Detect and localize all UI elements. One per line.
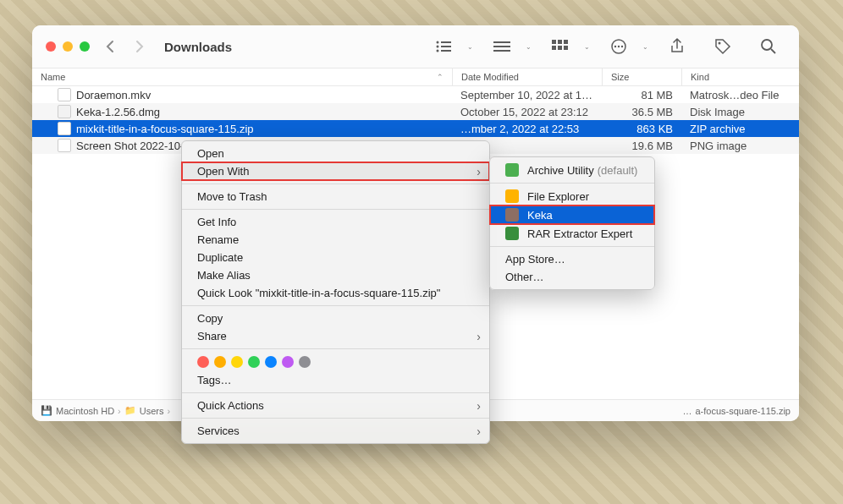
column-name[interactable]: Name⌃ xyxy=(32,68,452,85)
file-kind: PNG image xyxy=(681,140,799,152)
menu-open-with[interactable]: Open With xyxy=(182,162,489,180)
svg-point-17 xyxy=(618,46,620,47)
file-kind: Matrosk…deo File xyxy=(681,89,799,101)
tag-purple[interactable] xyxy=(282,356,294,368)
menu-quick-actions[interactable]: Quick Actions xyxy=(182,397,489,414)
menu-move-to-trash[interactable]: Move to Trash xyxy=(182,188,489,205)
column-size[interactable]: Size xyxy=(602,68,681,85)
menu-separator xyxy=(182,348,489,349)
svg-rect-1 xyxy=(441,41,451,43)
svg-rect-14 xyxy=(564,46,568,50)
chevron-down-icon: ⌄ xyxy=(642,43,648,51)
column-kind-label: Kind xyxy=(691,72,709,82)
path-segment[interactable]: 💾 Macintosh HD xyxy=(41,405,114,416)
menu-separator xyxy=(182,392,489,393)
file-row[interactable]: Doraemon.mkv September 10, 2022 at 18:19… xyxy=(32,86,799,103)
svg-point-2 xyxy=(437,46,439,48)
disk-icon xyxy=(58,105,71,118)
menu-separator xyxy=(182,209,489,210)
svg-point-16 xyxy=(614,46,616,47)
tag-yellow[interactable] xyxy=(231,356,243,368)
view-icon-list[interactable] xyxy=(433,36,454,57)
titlebar: Downloads ⌄ ⌄ ⌄ ⌄ xyxy=(32,25,799,68)
file-date: September 10, 2022 at 18:19 xyxy=(452,89,602,101)
file-size: 19.6 MB xyxy=(602,140,681,152)
menu-services[interactable]: Services xyxy=(182,422,489,440)
menu-duplicate[interactable]: Duplicate xyxy=(182,249,489,266)
menu-tags-row xyxy=(182,353,489,371)
tag-icon[interactable] xyxy=(713,36,733,57)
sort-indicator: ⌃ xyxy=(437,73,444,81)
default-label: (default) xyxy=(598,164,638,177)
tag-green[interactable] xyxy=(248,356,260,368)
menu-get-info[interactable]: Get Info xyxy=(182,213,489,231)
file-date: …mber 2, 2022 at 22:53 xyxy=(452,123,602,135)
keka-icon xyxy=(505,208,519,222)
file-row[interactable]: Keka-1.2.56.dmg October 15, 2022 at 23:1… xyxy=(32,103,799,120)
svg-line-21 xyxy=(771,49,775,53)
svg-rect-3 xyxy=(441,46,451,47)
back-button[interactable] xyxy=(102,38,118,55)
forward-button[interactable] xyxy=(130,38,147,55)
svg-rect-10 xyxy=(558,40,562,44)
tag-red[interactable] xyxy=(197,356,209,368)
file-explorer-icon xyxy=(505,189,519,203)
submenu-app-store[interactable]: App Store… xyxy=(490,250,654,268)
svg-point-0 xyxy=(437,41,439,44)
submenu-file-explorer[interactable]: File Explorer xyxy=(490,187,654,205)
tag-blue[interactable] xyxy=(265,356,277,368)
zoom-button[interactable] xyxy=(80,41,90,52)
tag-gray[interactable] xyxy=(299,356,311,368)
arrange-icon[interactable] xyxy=(550,36,570,57)
file-kind: ZIP archive xyxy=(681,123,799,135)
menu-share[interactable]: Share xyxy=(182,327,489,345)
svg-rect-9 xyxy=(552,40,556,44)
minimize-button[interactable] xyxy=(63,41,73,52)
window-title: Downloads xyxy=(164,40,232,54)
menu-quick-look[interactable]: Quick Look "mixkit-title-in-a-focus-squa… xyxy=(182,284,489,302)
chevron-down-icon: ⌄ xyxy=(467,43,473,51)
svg-rect-5 xyxy=(441,50,451,52)
video-icon xyxy=(58,88,71,101)
submenu-other[interactable]: Other… xyxy=(490,268,654,286)
column-name-label: Name xyxy=(41,72,65,82)
menu-make-alias[interactable]: Make Alias xyxy=(182,266,489,284)
close-button[interactable] xyxy=(46,41,56,52)
column-kind[interactable]: Kind xyxy=(681,68,799,85)
column-dm-label: Date Modified xyxy=(461,72,519,82)
file-row-selected[interactable]: mixkit-title-in-a-focus-square-115.zip …… xyxy=(32,120,799,137)
menu-copy[interactable]: Copy xyxy=(182,310,489,327)
file-name: Doraemon.mkv xyxy=(76,89,151,101)
submenu-rar-extractor[interactable]: RAR Extractor Expert xyxy=(490,224,654,243)
open-with-submenu: Archive Utility(default) File Explorer K… xyxy=(489,156,655,290)
column-size-label: Size xyxy=(611,72,629,82)
submenu-archive-utility[interactable]: Archive Utility(default) xyxy=(490,161,654,179)
path-separator: › xyxy=(167,406,170,416)
path-segment[interactable]: 📁 Users xyxy=(124,405,164,416)
submenu-keka[interactable]: Keka xyxy=(490,205,654,224)
file-kind: Disk Image xyxy=(681,106,799,118)
path-separator: › xyxy=(118,406,121,416)
archive-utility-icon xyxy=(505,163,519,177)
column-headers: Name⌃ Date Modified Size Kind xyxy=(32,68,799,86)
svg-rect-8 xyxy=(493,50,510,52)
share-icon[interactable] xyxy=(667,36,687,57)
search-icon[interactable] xyxy=(758,36,779,57)
menu-separator xyxy=(182,418,489,419)
menu-separator xyxy=(182,184,489,184)
svg-point-18 xyxy=(621,46,623,47)
tag-orange[interactable] xyxy=(214,356,226,368)
column-date-modified[interactable]: Date Modified xyxy=(452,68,602,85)
svg-rect-12 xyxy=(552,46,556,50)
rar-extractor-icon xyxy=(505,227,519,240)
menu-rename[interactable]: Rename xyxy=(182,231,489,249)
menu-open[interactable]: Open xyxy=(182,145,489,162)
group-icon[interactable] xyxy=(492,36,512,57)
action-icon[interactable] xyxy=(609,36,629,57)
menu-separator xyxy=(490,246,654,247)
svg-point-4 xyxy=(437,50,439,52)
svg-rect-11 xyxy=(564,40,568,44)
menu-tags[interactable]: Tags… xyxy=(182,371,489,389)
file-date: October 15, 2022 at 23:12 xyxy=(452,106,602,118)
file-size: 36.5 MB xyxy=(602,106,681,118)
